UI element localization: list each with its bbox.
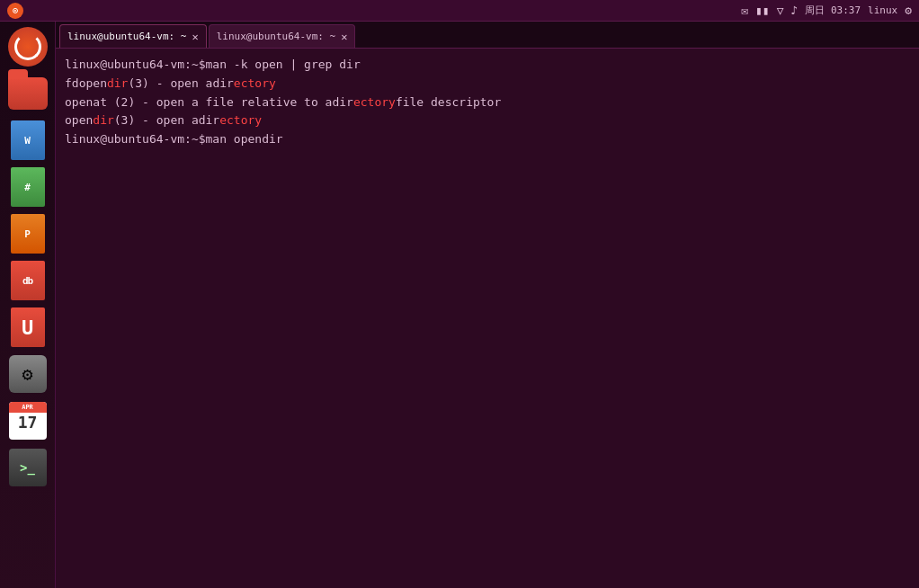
output-line-1: fdopendir (3) - open a directory <box>65 75 910 94</box>
tab-2-label: linux@ubuntu64-vm: ~ <box>217 31 335 42</box>
dock-item-impress[interactable]: P <box>6 212 49 255</box>
out2-highlight1: ectory <box>353 94 396 112</box>
out1-text2: (3) - open a <box>128 75 212 94</box>
out3-text1: open <box>65 111 93 130</box>
username: linux <box>868 4 897 16</box>
ubuntu-home-icon <box>8 27 48 67</box>
dock-item-writer[interactable]: W <box>6 119 49 162</box>
command-line: linux@ubuntu64-vm:~$ man -k open | grep … <box>65 56 910 75</box>
system-bar-left: ⊙ <box>7 3 23 19</box>
tab-1-label: linux@ubuntu64-vm: ~ <box>67 31 186 42</box>
tab-bar: linux@ubuntu64-vm: ~ ✕ linux@ubuntu64-vm… <box>56 22 919 49</box>
system-bar: ⊙ ✉ ▮▮ ▽ ♪ 周日 03:37 linux ⚙ <box>0 0 919 22</box>
main-layout: W # P db U ⚙ <box>0 22 919 588</box>
network-icon: ▽ <box>777 4 784 17</box>
out3-highlight1: dir <box>93 111 113 130</box>
terminal-icon: >_ <box>9 449 47 486</box>
email-icon[interactable]: ✉ <box>741 4 748 17</box>
dock-item-base[interactable]: db <box>6 259 49 302</box>
system-settings-icon[interactable]: ⚙ <box>905 4 912 17</box>
dock-item-ubuntu-home[interactable] <box>6 25 49 68</box>
calendar-icon: APR 17 <box>9 402 47 440</box>
terminal-area: linux@ubuntu64-vm: ~ ✕ linux@ubuntu64-vm… <box>56 22 919 588</box>
out1-text1: fdopen <box>65 75 107 94</box>
calc-icon: # <box>11 167 45 207</box>
sound-icon[interactable]: ♪ <box>790 4 798 17</box>
command-2: man opendir <box>206 130 283 149</box>
prompt-1: linux@ubuntu64-vm:~$ <box>65 56 206 75</box>
out2-text1: openat (2) - open a file relative to a <box>65 94 332 112</box>
dock-item-files[interactable] <box>6 72 49 115</box>
uget-icon: U <box>11 307 45 347</box>
ubuntu-logo[interactable]: ⊙ <box>7 3 23 19</box>
prompt-2: linux@ubuntu64-vm:~$ <box>65 130 206 149</box>
out1-text3: dir <box>212 75 233 94</box>
out3-text2: (3) - open a <box>114 111 199 130</box>
writer-icon: W <box>11 120 45 160</box>
out1-highlight2: ectory <box>234 75 276 94</box>
output-line-2: openat (2) - open a file relative to a d… <box>65 94 910 112</box>
settings-icon: ⚙ <box>9 355 47 393</box>
output-line-3: opendir (3) - open a directory <box>65 111 910 130</box>
impress-icon: P <box>11 214 45 254</box>
dock-item-uget[interactable]: U <box>6 306 49 349</box>
system-bar-right: ✉ ▮▮ ▽ ♪ 周日 03:37 linux ⚙ <box>741 4 912 17</box>
calendar-month: APR <box>9 402 47 413</box>
out2-text3: file descriptor <box>396 94 501 112</box>
command-1: man -k open | grep dir <box>206 56 361 75</box>
dock-item-terminal[interactable]: >_ <box>6 446 49 489</box>
dock-item-calc[interactable]: # <box>6 165 49 209</box>
battery-icon: ▮▮ <box>755 4 770 17</box>
out3-highlight2: ectory <box>219 111 262 130</box>
dock-item-calendar[interactable]: APR 17 <box>6 399 49 442</box>
prompt-line: linux@ubuntu64-vm:~$ man opendir <box>65 130 910 149</box>
tab-2[interactable]: linux@ubuntu64-vm: ~ ✕ <box>209 24 356 48</box>
terminal-content[interactable]: linux@ubuntu64-vm:~$ man -k open | grep … <box>56 49 919 588</box>
base-icon: db <box>11 261 45 300</box>
out3-text3: dir <box>199 111 219 130</box>
out2-text2: dir <box>332 94 352 112</box>
datetime: 周日 03:37 <box>805 4 861 17</box>
tab-2-close[interactable]: ✕ <box>341 31 347 43</box>
dock: W # P db U ⚙ <box>0 22 56 588</box>
out1-highlight1: dir <box>107 75 128 94</box>
calendar-day: 17 <box>18 414 38 431</box>
tab-1-close[interactable]: ✕ <box>192 31 198 43</box>
dock-item-settings[interactable]: ⚙ <box>6 352 49 396</box>
tab-1[interactable]: linux@ubuntu64-vm: ~ ✕ <box>59 24 207 48</box>
